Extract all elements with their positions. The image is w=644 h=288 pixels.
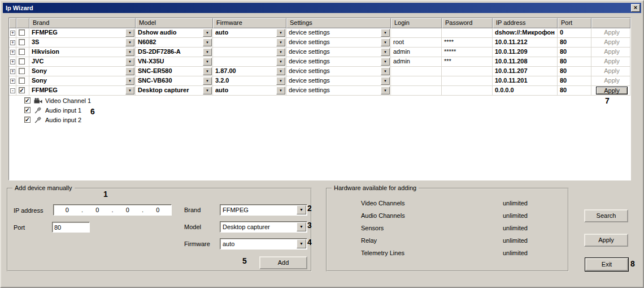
- dropdown-arrow-icon[interactable]: ▼: [381, 48, 390, 56]
- password-cell[interactable]: [442, 28, 493, 38]
- login-cell[interactable]: admin: [391, 57, 442, 67]
- row-checkbox[interactable]: ✓: [19, 87, 25, 93]
- expand-icon[interactable]: +: [10, 50, 15, 55]
- dropdown-arrow-icon[interactable]: ▼: [203, 87, 212, 94]
- dropdown-arrow-icon[interactable]: ▼: [125, 87, 134, 94]
- login-cell[interactable]: [391, 86, 442, 96]
- brand-combobox[interactable]: FFMPEG ▼: [220, 204, 307, 216]
- dropdown-arrow-icon[interactable]: ▼: [125, 48, 134, 56]
- close-icon[interactable]: ×: [631, 4, 640, 12]
- brand-select[interactable]: Hikvision▼: [29, 48, 136, 57]
- password-cell[interactable]: ****: [442, 38, 493, 48]
- search-button[interactable]: Search: [584, 209, 628, 222]
- ip-octet-2[interactable]: 0: [84, 207, 111, 213]
- channel-checkbox[interactable]: ✓: [24, 117, 31, 123]
- port-cell[interactable]: 0: [558, 28, 591, 38]
- dropdown-arrow-icon[interactable]: ▼: [203, 29, 212, 37]
- expand-icon[interactable]: +: [10, 31, 15, 36]
- dropdown-arrow-icon[interactable]: ▼: [297, 205, 306, 214]
- firmware-select[interactable]: auto▼: [213, 28, 286, 38]
- dropdown-arrow-icon[interactable]: ▼: [381, 58, 390, 66]
- firmware-select[interactable]: ▼: [213, 48, 286, 57]
- ip-cell[interactable]: 0.0.0.0: [493, 86, 558, 96]
- settings-select[interactable]: device settings▼: [286, 28, 391, 38]
- row-checkbox[interactable]: [19, 68, 25, 74]
- dropdown-arrow-icon[interactable]: ▼: [203, 58, 212, 66]
- settings-select[interactable]: device settings▼: [286, 38, 391, 48]
- password-cell[interactable]: [442, 86, 493, 96]
- model-select[interactable]: SNC-ER580▼: [136, 67, 213, 76]
- settings-select[interactable]: device settings▼: [286, 67, 391, 76]
- ip-cell[interactable]: 10.0.11.207: [493, 67, 558, 76]
- settings-select[interactable]: device settings▼: [286, 86, 391, 96]
- ip-cell[interactable]: 10.0.11.201: [493, 76, 558, 86]
- collapse-icon[interactable]: -: [10, 88, 15, 93]
- model-select[interactable]: SNC-VB630▼: [136, 76, 213, 86]
- firmware-combobox[interactable]: auto ▼: [220, 238, 307, 250]
- login-cell[interactable]: [391, 28, 442, 38]
- dropdown-arrow-icon[interactable]: ▼: [381, 29, 390, 37]
- apply-button[interactable]: Apply: [584, 234, 628, 247]
- port-cell[interactable]: 80: [558, 86, 591, 96]
- settings-select[interactable]: device settings▼: [286, 57, 391, 67]
- brand-select[interactable]: Sony▼: [29, 76, 136, 86]
- password-cell[interactable]: *****: [442, 48, 493, 57]
- row-checkbox[interactable]: [19, 49, 25, 55]
- port-cell[interactable]: 80: [558, 67, 591, 76]
- ip-cell[interactable]: 10.0.11.212: [493, 38, 558, 48]
- dropdown-arrow-icon[interactable]: ▼: [276, 58, 285, 66]
- password-cell[interactable]: [442, 76, 493, 86]
- ip-cell[interactable]: 10.0.11.209: [493, 48, 558, 57]
- dropdown-arrow-icon[interactable]: ▼: [381, 87, 390, 94]
- firmware-select[interactable]: ▼: [213, 57, 286, 67]
- port-cell[interactable]: 80: [558, 76, 591, 86]
- dropdown-arrow-icon[interactable]: ▼: [381, 38, 390, 46]
- firmware-select[interactable]: ▼: [213, 38, 286, 48]
- ip-address-input[interactable]: 0 . 0 . 0 . 0: [53, 204, 172, 216]
- firmware-select[interactable]: auto▼: [213, 86, 286, 96]
- dropdown-arrow-icon[interactable]: ▼: [203, 38, 212, 46]
- port-cell[interactable]: 80: [558, 57, 591, 67]
- port-input[interactable]: [52, 222, 90, 233]
- dropdown-arrow-icon[interactable]: ▼: [125, 29, 134, 37]
- dropdown-arrow-icon[interactable]: ▼: [276, 48, 285, 56]
- ip-octet-1[interactable]: 0: [54, 207, 81, 213]
- port-cell[interactable]: 80: [558, 48, 591, 57]
- dropdown-arrow-icon[interactable]: ▼: [203, 67, 212, 75]
- model-select[interactable]: Desktop capturer▼: [136, 86, 213, 96]
- expand-icon[interactable]: +: [10, 69, 15, 74]
- dropdown-arrow-icon[interactable]: ▼: [203, 48, 212, 56]
- row-checkbox[interactable]: [19, 58, 25, 65]
- settings-select[interactable]: device settings▼: [286, 76, 391, 86]
- dropdown-arrow-icon[interactable]: ▼: [125, 38, 134, 46]
- brand-select[interactable]: 3S▼: [29, 38, 136, 48]
- model-select[interactable]: N6082▼: [136, 38, 213, 48]
- channel-checkbox[interactable]: ✓: [24, 107, 31, 113]
- add-button[interactable]: Add: [259, 256, 307, 269]
- login-cell[interactable]: [391, 67, 442, 76]
- firmware-select[interactable]: 3.2.0▼: [213, 76, 286, 86]
- login-cell[interactable]: admin: [391, 48, 442, 57]
- ip-cell[interactable]: 10.0.11.208: [493, 57, 558, 67]
- model-select[interactable]: Dshow audio▼: [136, 28, 213, 38]
- brand-select[interactable]: Sony▼: [29, 67, 136, 76]
- expand-icon[interactable]: +: [10, 59, 15, 65]
- dropdown-arrow-icon[interactable]: ▼: [276, 29, 285, 37]
- ip-octet-4[interactable]: 0: [145, 207, 172, 213]
- exit-button[interactable]: Exit: [585, 258, 628, 271]
- dropdown-arrow-icon[interactable]: ▼: [297, 239, 306, 248]
- dropdown-arrow-icon[interactable]: ▼: [276, 87, 285, 94]
- model-combobox[interactable]: Desktop capturer ▼: [220, 221, 307, 233]
- model-select[interactable]: VN-X35U▼: [136, 57, 213, 67]
- ip-octet-3[interactable]: 0: [114, 207, 141, 213]
- port-cell[interactable]: 80: [558, 38, 591, 48]
- password-cell[interactable]: [442, 67, 493, 76]
- login-cell[interactable]: [391, 76, 442, 86]
- login-cell[interactable]: root: [391, 38, 442, 48]
- brand-select[interactable]: FFMPEG▼: [29, 28, 136, 38]
- model-select[interactable]: DS-2DF7286-A▼: [136, 48, 213, 57]
- dropdown-arrow-icon[interactable]: ▼: [276, 67, 285, 75]
- dropdown-arrow-icon[interactable]: ▼: [125, 67, 134, 75]
- dropdown-arrow-icon[interactable]: ▼: [125, 77, 134, 85]
- settings-select[interactable]: device settings▼: [286, 48, 391, 57]
